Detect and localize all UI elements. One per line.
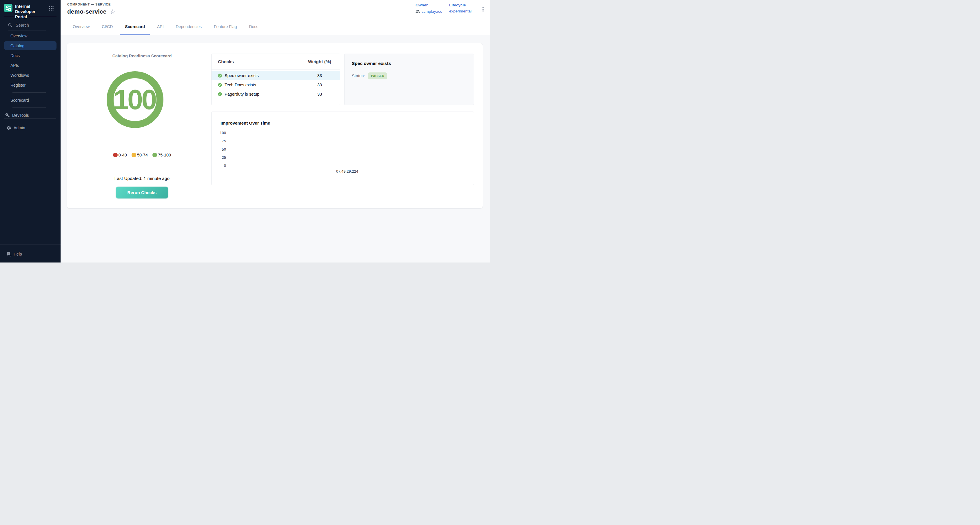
sidebar-accent-divider bbox=[4, 16, 57, 16]
check-row-pagerduty[interactable]: Pagerduty is setup 33 bbox=[212, 89, 340, 99]
owner-label[interactable]: Owner bbox=[415, 3, 442, 7]
x-axis-tick: 07:49:29.224 bbox=[327, 169, 368, 173]
page-title: demo-service bbox=[67, 8, 107, 15]
tab-api[interactable]: API bbox=[151, 18, 170, 35]
check-detail-title: Spec owner exists bbox=[352, 61, 391, 66]
status-label: Status: bbox=[352, 73, 365, 78]
sidebar-item-admin[interactable]: Admin bbox=[0, 123, 60, 133]
legend-dot-red bbox=[113, 153, 118, 158]
legend-item-mid: 50-74 bbox=[132, 153, 148, 158]
y-axis-tick: 25 bbox=[215, 155, 226, 160]
score-value: 100 bbox=[113, 84, 155, 116]
app-window: Internal Developer Portal Search Overvie… bbox=[0, 0, 490, 262]
help-divider bbox=[0, 245, 60, 245]
search-input[interactable]: Search bbox=[8, 22, 52, 29]
help-chat-icon: ? bbox=[6, 251, 11, 257]
y-axis-tick: 100 bbox=[215, 130, 226, 135]
sidebar-item-overview[interactable]: Overview bbox=[0, 31, 60, 41]
chart-title: Improvement Over Time bbox=[221, 121, 270, 126]
score-gauge: 100 bbox=[107, 71, 164, 128]
apps-grid-icon[interactable] bbox=[49, 6, 54, 11]
sidebar-item-workflows[interactable]: Workflows bbox=[0, 70, 60, 80]
lifecycle-block: Lifecycle experimental bbox=[449, 3, 471, 13]
svg-text:?: ? bbox=[8, 252, 9, 255]
y-axis-tick: 50 bbox=[215, 147, 226, 151]
entity-tabs: Overview CI/CD Scorecard API Dependencie… bbox=[60, 18, 490, 35]
tab-cicd[interactable]: CI/CD bbox=[95, 18, 119, 35]
checks-header-label: Checks bbox=[218, 59, 299, 64]
lifecycle-value[interactable]: experimental bbox=[449, 9, 471, 13]
check-detail-card: Spec owner exists Status: PASSED bbox=[344, 54, 474, 105]
main-area: COMPONENT — SERVICE demo-service Owner c… bbox=[60, 0, 490, 262]
y-axis-tick: 75 bbox=[215, 139, 226, 143]
checks-table-header: Checks Weight (%) bbox=[212, 54, 340, 70]
scorecard-panel: Catalog Readiness Scorecard 100 0-49 50-… bbox=[67, 43, 483, 208]
checks-rows: Spec owner exists 33 Tech Docs exists 33… bbox=[212, 70, 340, 99]
legend-dot-green bbox=[153, 153, 157, 158]
sidebar-item-apis[interactable]: APIs bbox=[0, 60, 60, 70]
last-updated-text: Last Updated: 1 minute ago bbox=[67, 176, 217, 181]
breadcrumb: COMPONENT — SERVICE bbox=[67, 3, 111, 6]
nav-divider bbox=[13, 92, 46, 93]
wrench-icon bbox=[5, 113, 10, 118]
portal-logo-icon bbox=[4, 4, 13, 12]
gear-icon bbox=[6, 126, 11, 130]
y-axis-tick: 0 bbox=[215, 164, 226, 168]
sidebar-item-register[interactable]: Register bbox=[0, 80, 60, 90]
status-badge: PASSED bbox=[368, 72, 387, 80]
improvement-chart-card: Improvement Over Time 100 75 50 25 0 07:… bbox=[211, 111, 474, 185]
tab-dependencies[interactable]: Dependencies bbox=[170, 18, 208, 35]
tab-scorecard[interactable]: Scorecard bbox=[119, 18, 151, 35]
tab-overview[interactable]: Overview bbox=[67, 18, 95, 35]
weight-header-label: Weight (%) bbox=[299, 59, 340, 64]
legend-dot-amber bbox=[132, 153, 136, 158]
legend-item-low: 0-49 bbox=[113, 153, 127, 158]
brand-title: Internal Developer Portal bbox=[15, 4, 48, 19]
scorecard-content: Catalog Readiness Scorecard 100 0-49 50-… bbox=[60, 35, 490, 262]
sidebar-item-docs[interactable]: Docs bbox=[0, 51, 60, 60]
sidebar-nav: Overview Catalog Docs APIs Workflows Reg… bbox=[0, 31, 60, 120]
check-row-spec-owner[interactable]: Spec owner exists 33 bbox=[212, 71, 340, 80]
check-circle-icon bbox=[218, 73, 222, 78]
more-options-kebab-icon[interactable] bbox=[481, 5, 485, 13]
score-legend: 0-49 50-74 75-100 bbox=[67, 153, 217, 158]
search-icon bbox=[8, 23, 12, 27]
rerun-checks-button[interactable]: Rerun Checks bbox=[116, 186, 168, 199]
sidebar-item-help[interactable]: ? Help bbox=[0, 249, 60, 259]
admin-divider bbox=[4, 118, 56, 119]
check-row-tech-docs[interactable]: Tech Docs exists 33 bbox=[212, 80, 340, 89]
scorecard-title: Catalog Readiness Scorecard bbox=[67, 54, 217, 58]
tab-docs[interactable]: Docs bbox=[243, 18, 264, 35]
search-underline bbox=[8, 30, 46, 30]
sidebar-item-scorecard[interactable]: Scorecard bbox=[0, 95, 60, 105]
owner-block: Owner ccmplayacc bbox=[415, 3, 442, 14]
owner-value-link[interactable]: ccmplayacc bbox=[415, 9, 442, 14]
entity-header: COMPONENT — SERVICE demo-service Owner c… bbox=[60, 0, 490, 18]
search-placeholder: Search bbox=[16, 23, 29, 27]
legend-item-high: 75-100 bbox=[153, 153, 171, 158]
favorite-star-icon[interactable] bbox=[110, 9, 116, 14]
group-icon bbox=[415, 9, 420, 14]
check-circle-icon bbox=[218, 92, 222, 97]
tab-feature-flag[interactable]: Feature Flag bbox=[208, 18, 243, 35]
sidebar: Internal Developer Portal Search Overvie… bbox=[0, 0, 60, 262]
check-circle-icon bbox=[218, 83, 222, 87]
lifecycle-label[interactable]: Lifecycle bbox=[449, 3, 471, 7]
sidebar-item-catalog[interactable]: Catalog bbox=[4, 41, 57, 50]
checks-card: Checks Weight (%) Spec owner exists 33 T… bbox=[211, 54, 340, 105]
